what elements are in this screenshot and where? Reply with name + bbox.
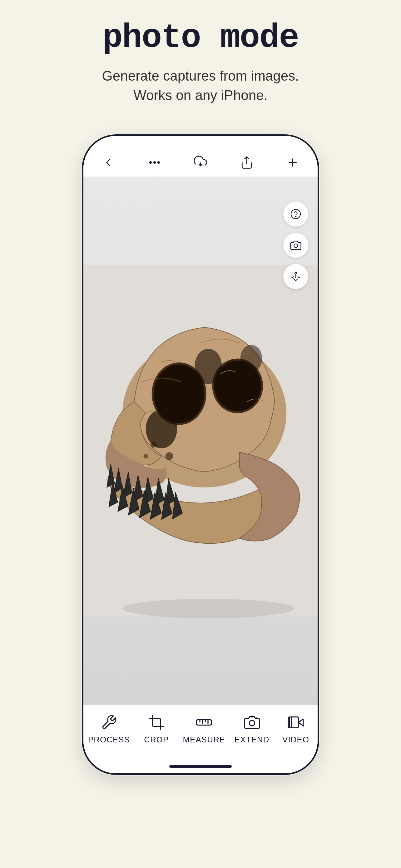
page-subtitle: Generate captures from images.Works on a… bbox=[102, 66, 299, 105]
phone-frame: PROCESS CROP MEASURE bbox=[82, 134, 319, 775]
ar-button[interactable] bbox=[283, 264, 308, 289]
process-tool[interactable]: PROCESS bbox=[88, 714, 130, 745]
extend-label: EXTEND bbox=[235, 735, 269, 745]
page-title: photo mode bbox=[102, 19, 299, 57]
phone-mockup: PROCESS CROP MEASURE bbox=[79, 127, 322, 783]
svg-rect-23 bbox=[196, 720, 211, 725]
svg-point-13 bbox=[195, 349, 222, 384]
camera-button[interactable] bbox=[283, 233, 308, 258]
svg-point-12 bbox=[146, 409, 177, 448]
bottom-toolbar: PROCESS CROP MEASURE bbox=[83, 705, 318, 773]
top-bar bbox=[83, 136, 318, 177]
svg-point-2 bbox=[158, 161, 160, 163]
svg-point-1 bbox=[154, 161, 156, 163]
back-button[interactable] bbox=[99, 153, 118, 172]
help-button[interactable] bbox=[283, 202, 308, 226]
trex-skull-image bbox=[83, 177, 318, 705]
measure-label: MEASURE bbox=[183, 735, 226, 745]
main-content bbox=[83, 177, 318, 705]
more-options-button[interactable] bbox=[145, 153, 164, 172]
video-tool[interactable]: VIDEO bbox=[278, 714, 313, 745]
add-button[interactable] bbox=[283, 153, 302, 172]
svg-point-16 bbox=[144, 454, 148, 459]
svg-point-21 bbox=[294, 244, 298, 248]
svg-point-28 bbox=[249, 720, 255, 726]
extend-tool[interactable]: EXTEND bbox=[235, 714, 269, 745]
crop-label: CROP bbox=[144, 735, 169, 745]
share-button[interactable] bbox=[237, 153, 256, 172]
svg-point-0 bbox=[149, 161, 152, 163]
process-label: PROCESS bbox=[88, 735, 130, 745]
svg-point-15 bbox=[151, 441, 157, 448]
crop-tool[interactable]: CROP bbox=[139, 714, 174, 745]
svg-point-19 bbox=[291, 209, 300, 219]
measure-tool[interactable]: MEASURE bbox=[183, 714, 226, 745]
svg-point-22 bbox=[295, 273, 297, 274]
floating-buttons bbox=[283, 202, 308, 289]
svg-point-18 bbox=[123, 599, 294, 618]
video-label: VIDEO bbox=[282, 735, 309, 745]
svg-point-14 bbox=[240, 345, 262, 372]
cloud-sync-button[interactable] bbox=[191, 153, 210, 172]
svg-point-17 bbox=[166, 453, 173, 460]
home-indicator bbox=[169, 765, 232, 768]
